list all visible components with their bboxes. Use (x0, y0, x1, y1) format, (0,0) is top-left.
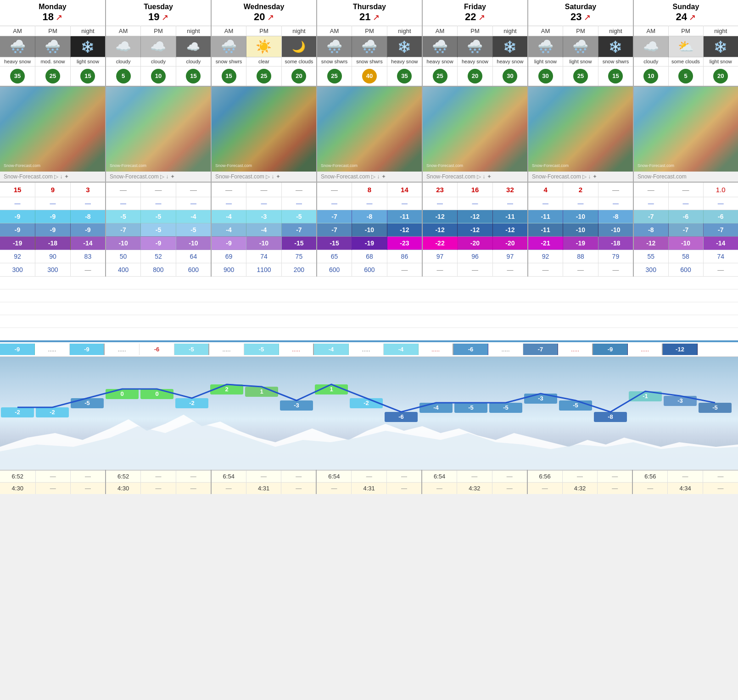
icon-thu-pm: 🌨️ (352, 36, 387, 57)
snow-tue-am: — (106, 182, 141, 197)
wind-wed-night: 20 (281, 67, 317, 87)
sunrise-row: 6:52 — — 6:52 — — 6:54 — — 6:54 — — 6:54… (0, 470, 738, 483)
temp-graph-line: -2 -2 -5 0 0 -2 2 1 -3 1 (0, 361, 738, 444)
wind-wed-pm: 25 (246, 67, 282, 87)
map-thursday: Snow-Forecast.com (317, 86, 422, 172)
wind-fri-night: 30 (492, 67, 528, 87)
icon-sun-night: ❄️ (703, 36, 738, 57)
brand-sun: Snow-Forecast.com (633, 172, 738, 182)
icon-fri-am: 🌨️ (422, 36, 458, 57)
snow-thu-am: — (317, 182, 352, 197)
wind-sat-night: 15 (598, 67, 633, 87)
snow-tue-pm: — (141, 182, 176, 197)
svg-text:-3: -3 (294, 402, 299, 409)
desc-mon-am: heavy snow (0, 57, 35, 67)
icon-tue-night: ☁️ (176, 36, 211, 57)
brand-wed: Snow-Forecast.com ▷ ↓ ✦ (211, 172, 317, 182)
snow-sun-night: 1.0 (703, 182, 738, 197)
day-name-tue: Tuesday (144, 3, 173, 11)
brand-tue: Snow-Forecast.com ▷ ↓ ✦ (106, 172, 211, 182)
chart-visual: -2 -2 -5 0 0 -2 2 1 -3 1 (0, 357, 738, 470)
icon-tue-pm: ☁️ (141, 36, 176, 57)
svg-text:1: 1 (260, 388, 263, 395)
period-thu-night: night (387, 26, 422, 36)
map-wednesday: Snow-Forecast.com (211, 86, 317, 172)
spacer-2 (0, 289, 738, 302)
icon-mon-am: 🌨️ (0, 36, 35, 57)
svg-text:-2: -2 (15, 409, 20, 416)
temp-1500-row: -9 -9 -9 -7 -5 -5 -4 -4 -7 -7 -10 -12 -1… (0, 223, 738, 237)
wind-sat-pm: 25 (563, 67, 598, 87)
svg-text:-4: -4 (433, 404, 439, 411)
snow-thu-pm: 8 (352, 182, 387, 197)
day-header-row: Monday 18 ↗ Tuesday 19 ↗ Wednesday 20 ↗ … (0, 0, 738, 26)
icon-thu-night: ❄️ (387, 36, 422, 57)
icon-fri-pm: 🌨️ (458, 36, 493, 57)
day-num-sat: 23 (570, 11, 581, 22)
arrow-tue: ↗ (162, 13, 168, 22)
snow-sun-pm: — (668, 182, 703, 197)
icon-wed-am: 🌨️ (211, 36, 246, 57)
desc-wed-pm: clear (246, 57, 282, 67)
desc-tue-night: cloudy (176, 57, 211, 67)
brand-thu: Snow-Forecast.com ▷ ↓ ✦ (317, 172, 422, 182)
snow-sun-am: — (633, 182, 668, 197)
wind-tue-pm: 10 (141, 67, 176, 87)
period-mon-night: night (70, 26, 106, 36)
icon-sat-am: 🌨️ (528, 36, 563, 57)
spacer-5 (0, 328, 738, 341)
snow-sat-night: — (598, 182, 633, 197)
snow-tue-night: — (176, 182, 211, 197)
arrow-thu: ↗ (373, 13, 380, 22)
svg-text:-5: -5 (712, 404, 718, 411)
desc-sat-am: light snow (528, 57, 563, 67)
period-sun-pm: PM (668, 26, 703, 36)
arrow-mon: ↗ (56, 13, 62, 22)
wind-sun-night: 20 (703, 67, 738, 87)
period-fri-night: night (492, 26, 528, 36)
desc-tue-pm: cloudy (141, 57, 176, 67)
wind-row: 35 25 15 5 10 15 15 (0, 67, 738, 87)
humidity-row: 92 90 83 50 52 64 69 74 75 65 68 86 97 9… (0, 250, 738, 263)
desc-sun-night: light snow (703, 57, 738, 67)
svg-text:-5: -5 (573, 402, 578, 409)
desc-sun-pm: some clouds (668, 57, 703, 67)
desc-thu-night: heavy snow (387, 57, 422, 67)
desc-sat-night: snow shwrs (598, 57, 633, 67)
period-sat-pm: PM (563, 26, 598, 36)
map-saturday: Snow-Forecast.com (528, 86, 633, 172)
icon-sun-am: ☁️ (633, 36, 668, 57)
main-table: Monday 18 ↗ Tuesday 19 ↗ Wednesday 20 ↗ … (0, 0, 738, 341)
svg-text:-5: -5 (503, 404, 509, 411)
desc-wed-am: snow shwrs (211, 57, 246, 67)
wind-thu-night: 35 (387, 67, 422, 87)
period-tue-night: night (176, 26, 211, 36)
svg-text:-3: -3 (538, 395, 543, 402)
wind-thu-am: 25 (317, 67, 352, 87)
icon-mon-pm: 🌨️ (35, 36, 71, 57)
wind-sun-pm: 5 (668, 67, 703, 87)
spacer-1 (0, 277, 738, 289)
period-thu-am: AM (317, 26, 352, 36)
snowfall-row: 15 9 3 — — — — — — — 8 14 23 16 32 4 2 —… (0, 182, 738, 197)
period-thu-pm: PM (352, 26, 387, 36)
day-name-fri: Friday (464, 3, 486, 11)
day-num-tue: 19 (148, 11, 159, 22)
svg-text:-8: -8 (608, 413, 613, 420)
desc-mon-night: light snow (70, 57, 106, 67)
svg-text:-2: -2 (189, 400, 195, 406)
snow-mon-night: 3 (70, 182, 106, 197)
arrow-wed: ↗ (267, 13, 274, 22)
day-num-thu: 21 (359, 11, 370, 22)
svg-text:1: 1 (330, 386, 333, 393)
temp-graph-section: -9 ..... -9 ..... -6 -5 ..... -5 ..... -… (0, 341, 738, 470)
icon-row: 🌨️ 🌨️ ❄️ ☁️ ☁️ ☁️ 🌨️ ☀️ 🌙 🌨️ 🌨️ ❄️ 🌨️ 🌨️ (0, 36, 738, 57)
period-sat-night: night (598, 26, 633, 36)
period-wed-night: night (281, 26, 317, 36)
wind-mon-night: 15 (70, 67, 106, 87)
period-sun-am: AM (633, 26, 668, 36)
snow-wed-night: — (281, 182, 317, 197)
icon-mon-night: ❄️ (70, 36, 106, 57)
wind-sat-am: 30 (528, 67, 563, 87)
period-tue-pm: PM (141, 26, 176, 36)
